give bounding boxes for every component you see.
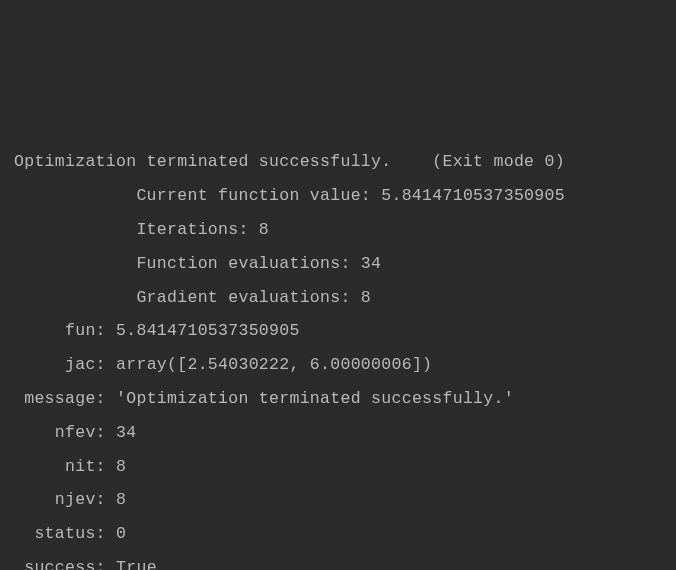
fun-label: fun: [14,321,116,340]
console-output: Optimization terminated successfully. (E… [14,145,662,570]
function-evaluations-label: Function evaluations: [14,254,361,273]
iterations-label: Iterations: [14,220,259,239]
nfev-label: nfev: [14,423,116,442]
message-value: 'Optimization terminated successfully.' [116,389,514,408]
current-function-value: 5.8414710537350905 [381,186,565,205]
njev-label: njev: [14,490,116,509]
iterations-value: 8 [259,220,269,239]
fun-value: 5.8414710537350905 [116,321,300,340]
nit-label: nit: [14,457,116,476]
function-evaluations-value: 34 [361,254,381,273]
status-label: status: [14,524,116,543]
current-function-value-label: Current function value: [14,186,381,205]
jac-value: array([2.54030222, 6.00000006]) [116,355,432,374]
gradient-evaluations-value: 8 [361,288,371,307]
success-value: True [116,558,157,570]
message-label: message: [14,389,116,408]
nfev-value: 34 [116,423,136,442]
header-line: Optimization terminated successfully. (E… [14,152,565,171]
status-value: 0 [116,524,126,543]
success-label: success: [14,558,116,570]
gradient-evaluations-label: Gradient evaluations: [14,288,361,307]
nit-value: 8 [116,457,126,476]
njev-value: 8 [116,490,126,509]
jac-label: jac: [14,355,116,374]
